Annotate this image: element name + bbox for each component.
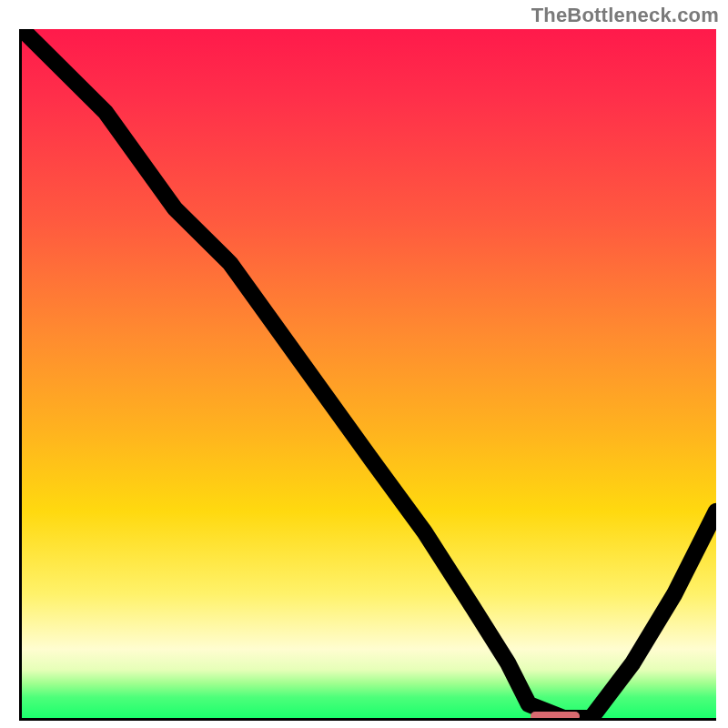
bottleneck-curve [22, 29, 716, 718]
optimum-marker [531, 712, 580, 721]
watermark-text: TheBottleneck.com [531, 4, 719, 27]
chart-frame: TheBottleneck.com [0, 0, 728, 728]
curve-path [22, 29, 716, 718]
plot-area [19, 29, 716, 721]
